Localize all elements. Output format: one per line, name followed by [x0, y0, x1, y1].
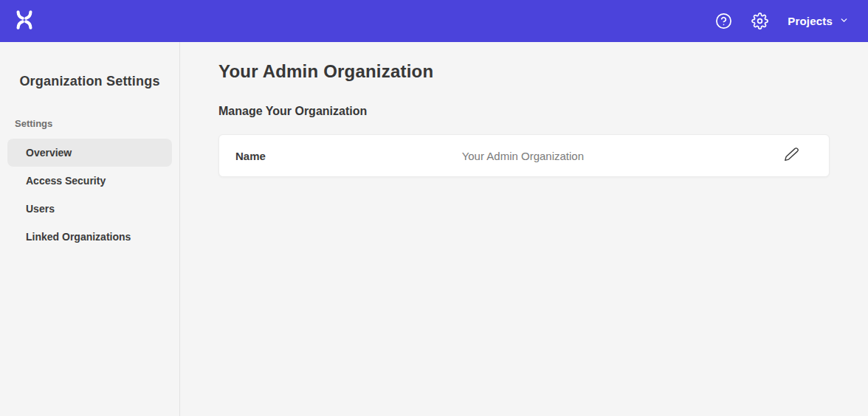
- topbar-actions: Projects: [715, 13, 849, 30]
- sidebar-item-label: Overview: [26, 147, 72, 159]
- page-title: Your Admin Organization: [218, 61, 830, 82]
- settings-button[interactable]: [751, 13, 768, 30]
- sidebar-nav: Overview Access Security Users Linked Or…: [0, 139, 179, 251]
- name-field-label: Name: [235, 150, 266, 162]
- main-content: Your Admin Organization Manage Your Orga…: [180, 42, 868, 416]
- sidebar-item-users[interactable]: Users: [7, 195, 172, 223]
- brand-logo[interactable]: [13, 9, 35, 34]
- help-button[interactable]: [715, 13, 732, 30]
- edit-name-button[interactable]: [784, 147, 799, 164]
- sidebar-item-linked-organizations[interactable]: Linked Organizations: [7, 223, 172, 251]
- gear-icon: [751, 13, 768, 30]
- sidebar-section-label: Settings: [15, 118, 179, 129]
- sidebar-item-label: Linked Organizations: [26, 231, 131, 243]
- page-body: Organization Settings Settings Overview …: [0, 42, 868, 416]
- name-field-value: Your Admin Organization: [462, 150, 584, 162]
- organization-name-row: Name Your Admin Organization: [218, 134, 830, 177]
- brand-x-logo-icon: [13, 9, 35, 34]
- manage-section-title: Manage Your Organization: [218, 105, 830, 118]
- projects-dropdown[interactable]: Projects: [788, 15, 849, 27]
- sidebar-item-overview[interactable]: Overview: [7, 139, 172, 167]
- topbar: Projects: [0, 0, 868, 42]
- sidebar-item-access-security[interactable]: Access Security: [7, 167, 172, 195]
- chevron-down-icon: [839, 15, 849, 27]
- projects-dropdown-label: Projects: [788, 15, 833, 27]
- sidebar-item-label: Users: [26, 203, 55, 215]
- sidebar: Organization Settings Settings Overview …: [0, 42, 180, 416]
- pencil-edit-icon: [784, 147, 799, 164]
- sidebar-item-label: Access Security: [26, 175, 106, 187]
- sidebar-title: Organization Settings: [0, 74, 179, 89]
- help-circle-icon: [715, 13, 732, 30]
